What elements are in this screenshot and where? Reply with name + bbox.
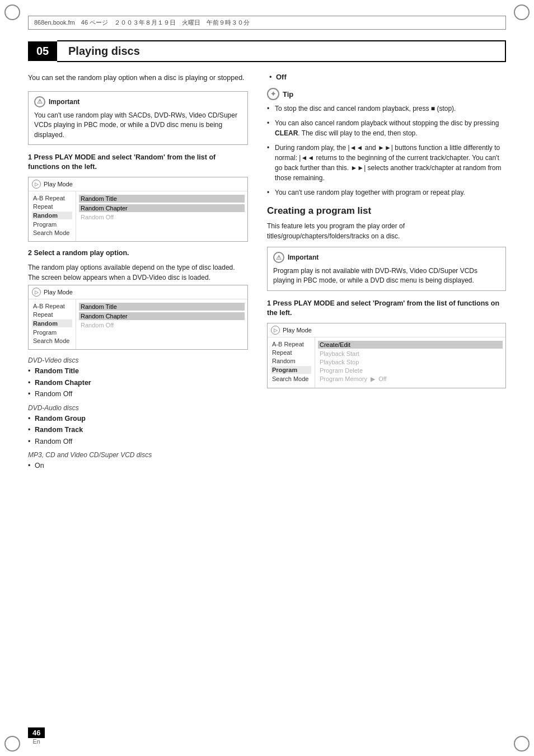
panel3-right-item-4: Program Memory ▶ Off: [320, 375, 501, 383]
panel2-right-item-2: Random Off: [81, 322, 243, 328]
panel2-left: A-B Repeat Repeat Random Program Search …: [29, 299, 76, 349]
panel3-right-item-3: Program Delete: [320, 367, 501, 374]
page-number-sub: En: [28, 738, 45, 745]
dvd-audio-label: DVD-Audio discs: [28, 404, 248, 412]
panel3-right: Create/Edit Playback Start Playback Stop…: [315, 337, 505, 388]
chapter-number: 05: [28, 41, 57, 61]
tip-box: ✦ Tip To stop the disc and cancel random…: [267, 88, 506, 198]
off-label: Off: [276, 73, 287, 81]
dvd-audio-bullets: Random Group Random Track Random Off: [28, 414, 248, 447]
panel2-left-item-4: Search Mode: [33, 337, 71, 344]
panel1-title: Play Mode: [44, 181, 73, 187]
section-desc: This feature lets you program the play o…: [267, 221, 506, 241]
tip-item-2: During random play, the |◄◄ and ►►| butt…: [267, 143, 506, 183]
off-section: • Off: [267, 73, 506, 81]
panel1-right: Random Title Random Chapter Random Off: [76, 191, 247, 241]
panel2-title: Play Mode: [44, 289, 73, 295]
panel1-left-item-3: Program: [33, 221, 71, 228]
dvd-audio-bullet-1: Random Track: [28, 425, 248, 435]
panel2-header: ▷ Play Mode: [29, 285, 247, 299]
warning-icon-2: ⚠: [273, 252, 284, 263]
panel1-right-item-2: Random Off: [81, 214, 243, 220]
play-mode-panel-2: ▷ Play Mode A-B Repeat Repeat Random Pro…: [28, 285, 248, 350]
panel3-title: Play Mode: [283, 327, 312, 334]
dvd-video-bullet-0: Random Title: [28, 367, 248, 377]
panel3-body: A-B Repeat Repeat Random Program Search …: [268, 337, 505, 388]
chapter-header: 05 Playing discs: [28, 40, 506, 62]
panel3-left-item-1: Repeat: [272, 349, 310, 356]
important-label-1: Important: [49, 98, 79, 106]
panel2-left-item-3: Program: [33, 329, 71, 336]
tip-item-3: You can't use random play together with …: [267, 187, 506, 198]
panel3-left-item-0: A-B Repeat: [272, 341, 310, 348]
play-mode-icon-2: ▷: [32, 288, 41, 297]
tip-icon: ✦: [267, 88, 279, 100]
panel3-left-item-4: Search Mode: [272, 375, 310, 382]
main-content: You can set the random play option when …: [28, 73, 506, 722]
panel3-right-item-2: Playback Stop: [320, 359, 501, 365]
tip-list: To stop the disc and cancel random playb…: [267, 104, 506, 198]
panel3-left-item-3: Program: [271, 366, 311, 374]
panel2-left-item-2: Random: [32, 320, 72, 327]
right-column: • Off ✦ Tip To stop the disc and cancel …: [267, 73, 506, 395]
corner-tr: [514, 4, 530, 20]
dvd-audio-bullet-0: Random Group: [28, 414, 248, 424]
warning-icon-1: ⚠: [34, 96, 45, 107]
play-mode-icon-1: ▷: [32, 180, 41, 189]
intro-text: You can set the random play option when …: [28, 73, 248, 83]
play-mode-panel-1: ▷ Play Mode A-B Repeat Repeat Random Pro…: [28, 177, 248, 242]
step2-sub: The random play options available depend…: [28, 262, 248, 283]
panel1-left-item-2: Random: [32, 212, 72, 219]
panel1-left-item-0: A-B Repeat: [33, 195, 71, 201]
panel1-left-item-4: Search Mode: [33, 229, 71, 236]
important-label-2: Important: [288, 253, 318, 261]
step2-header: 2 Select a random play option.: [28, 248, 248, 259]
panel3-right-item-0: Create/Edit: [318, 341, 503, 349]
page-number: 46: [28, 727, 45, 738]
left-column: You can set the random play option when …: [28, 73, 248, 475]
dvd-video-label: DVD-Video discs: [28, 356, 248, 364]
top-bar: 868en.book.fm 46 ページ ２００３年８月１９日 火曜日 午前９時…: [28, 16, 506, 30]
panel2-body: A-B Repeat Repeat Random Program Search …: [29, 299, 247, 349]
dvd-video-bullets: Random Title Random Chapter Random Off: [28, 367, 248, 400]
section-title: Creating a program list: [267, 205, 506, 217]
panel1-body: A-B Repeat Repeat Random Program Search …: [29, 191, 247, 241]
step1-header: 1 Press PLAY MODE and select 'Random' fr…: [28, 153, 248, 172]
panel1-right-item-1: Random Chapter: [79, 204, 245, 212]
panel1-left: A-B Repeat Repeat Random Program Search …: [29, 191, 76, 241]
corner-br: [514, 736, 530, 752]
important-header-2: ⚠ Important: [273, 252, 500, 263]
important-text-2: Program play is not available with DVD-R…: [273, 266, 500, 286]
page-number-section: 46 En: [28, 729, 45, 745]
play-mode-icon-3: ▷: [271, 326, 280, 335]
tip-header: ✦ Tip: [267, 88, 506, 100]
tip-item-0: To stop the disc and cancel random playb…: [267, 104, 506, 114]
right-step1-header: 1 Press PLAY MODE and select 'Program' f…: [267, 299, 506, 318]
mp3-label: MP3, CD and Video CD/Super VCD discs: [28, 451, 248, 459]
panel1-right-item-0: Random Title: [79, 195, 245, 203]
dvd-video-bullet-1: Random Chapter: [28, 378, 248, 388]
panel3-right-item-1: Playback Start: [320, 350, 501, 357]
panel2-right-item-1: Random Chapter: [79, 312, 245, 320]
corner-bl: [4, 736, 20, 752]
mp3-bullet-0: On: [28, 461, 248, 471]
tip-label: Tip: [283, 90, 293, 98]
play-mode-panel-3: ▷ Play Mode A-B Repeat Repeat Random Pro…: [267, 323, 506, 388]
top-bar-text: 868en.book.fm 46 ページ ２００３年８月１９日 火曜日 午前９時…: [34, 18, 250, 27]
dvd-video-bullet-2: Random Off: [28, 389, 248, 400]
panel3-header: ▷ Play Mode: [268, 323, 505, 337]
panel2-right-item-0: Random Title: [79, 303, 245, 311]
panel2-left-item-0: A-B Repeat: [33, 303, 71, 309]
panel1-left-item-1: Repeat: [33, 203, 71, 210]
important-text-1: You can't use random play with SACDs, DV…: [34, 111, 242, 140]
corner-tl: [4, 4, 20, 20]
important-box-2: ⚠ Important Program play is not availabl…: [267, 247, 506, 291]
important-box-1: ⚠ Important You can't use random play wi…: [28, 91, 248, 145]
tip-item-1: You can also cancel random playback with…: [267, 118, 506, 138]
panel2-right: Random Title Random Chapter Random Off: [76, 299, 247, 349]
panel2-left-item-1: Repeat: [33, 311, 71, 318]
panel1-header: ▷ Play Mode: [29, 177, 247, 191]
panel3-left-item-2: Random: [272, 358, 310, 364]
important-header-1: ⚠ Important: [34, 96, 242, 107]
panel3-left: A-B Repeat Repeat Random Program Search …: [268, 337, 315, 388]
